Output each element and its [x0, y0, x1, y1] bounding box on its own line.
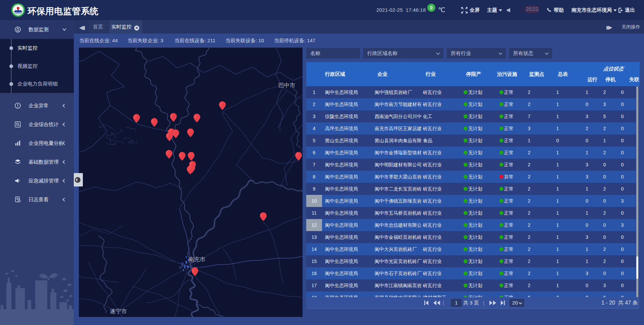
- svg-text:巴中市: 巴中市: [278, 82, 296, 89]
- svg-text:南充市: 南充市: [189, 256, 206, 263]
- svg-text:遂宁市: 遂宁市: [110, 308, 127, 315]
